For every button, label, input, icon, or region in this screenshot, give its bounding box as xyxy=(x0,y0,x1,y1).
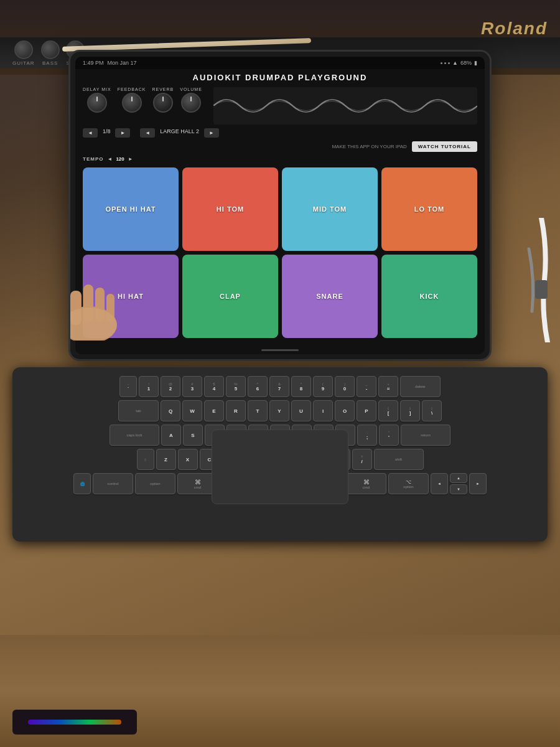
pad-open-hi-hat[interactable]: OPEN HI HAT xyxy=(83,167,179,251)
floor-area xyxy=(0,635,560,747)
controls-row: DELAY MIX FEEDBACK REVERB VOLUME xyxy=(75,85,485,127)
key-equals[interactable]: += xyxy=(378,376,398,397)
status-date: Mon Jan 17 xyxy=(108,60,137,66)
cables-area xyxy=(516,218,554,342)
reverb-knob[interactable] xyxy=(153,93,173,113)
watch-tutorial-button[interactable]: WATCH TUTORIAL xyxy=(412,141,477,152)
key-4[interactable]: $4 xyxy=(204,376,224,397)
floor-device xyxy=(12,710,137,735)
app-container: 1:49 PM Mon Jan 17 ▲ 68% ▮ xyxy=(75,57,485,354)
key-y[interactable]: Y xyxy=(269,400,289,421)
feedback-group: FEEDBACK xyxy=(118,87,146,113)
key-r[interactable]: R xyxy=(226,400,246,421)
key-5[interactable]: %5 xyxy=(226,376,246,397)
key-o[interactable]: O xyxy=(335,400,355,421)
key-arrow-left[interactable]: ◄ xyxy=(431,473,448,494)
key-e[interactable]: E xyxy=(204,400,224,421)
reverb-type-left-arrow[interactable]: ◄ xyxy=(140,128,155,138)
feedback-knob[interactable] xyxy=(122,93,142,113)
app-title: AUDIOKIT DRUMPAD PLAYGROUND xyxy=(75,69,485,85)
battery-icon: ▮ xyxy=(474,60,477,66)
delay-mix-group: DELAY MIX xyxy=(83,87,111,113)
key-p[interactable]: P xyxy=(357,400,376,421)
reverb-group: REVERB xyxy=(152,87,174,113)
key-backslash[interactable]: |\ xyxy=(422,400,442,421)
key-7[interactable]: &7 xyxy=(269,376,289,397)
feedback-label: FEEDBACK xyxy=(118,87,146,92)
key-shift-right[interactable]: shift xyxy=(374,449,424,470)
key-globe[interactable]: 🌐 xyxy=(73,473,91,494)
key-cmd-right[interactable]: ⌘ cmd xyxy=(346,473,386,494)
tempo-right-arrow[interactable]: ► xyxy=(128,156,133,162)
tempo-value: 120 xyxy=(116,156,124,162)
keyboard-qwerty-row: tab Q W E R T Y U I O P {[ }] |\ xyxy=(19,400,541,421)
timing-value: 1/8 xyxy=(100,128,113,138)
key-arrow-up[interactable]: ▲ xyxy=(450,473,467,483)
key-a[interactable]: A xyxy=(161,425,181,446)
pad-lo-tom[interactable]: LO TOM xyxy=(381,167,477,251)
timing-right-arrow[interactable]: ► xyxy=(115,128,130,138)
key-delete[interactable]: delete xyxy=(400,376,441,397)
ipad-screen: 1:49 PM Mon Jan 17 ▲ 68% ▮ xyxy=(75,57,485,354)
roland-brand-label: Roland xyxy=(481,19,548,39)
tutorial-text: MAKE THIS APP ON YOUR IPAD xyxy=(332,144,406,149)
key-q[interactable]: Q xyxy=(161,400,180,421)
key-1[interactable]: !1 xyxy=(139,376,159,397)
key-minus[interactable]: _- xyxy=(357,376,376,397)
key-option-left[interactable]: option xyxy=(135,473,175,494)
home-indicator-area xyxy=(75,345,485,354)
key-i[interactable]: I xyxy=(313,400,333,421)
key-arrow-down[interactable]: ▼ xyxy=(450,484,467,494)
key-return[interactable]: return xyxy=(401,425,450,446)
tutorial-row: MAKE THIS APP ON YOUR IPAD WATCH TUTORIA… xyxy=(75,139,485,154)
home-indicator xyxy=(261,349,299,351)
timing-left-arrow[interactable]: ◄ xyxy=(83,128,98,138)
key-control[interactable]: control xyxy=(93,473,133,494)
trackpad[interactable] xyxy=(212,430,348,504)
delay-mix-knob[interactable] xyxy=(87,93,107,113)
key-arrow-right[interactable]: ► xyxy=(469,473,487,494)
timing-selector-row: ◄ 1/8 ► ◄ LARGE HALL 2 ► xyxy=(75,127,485,139)
key-option-right[interactable]: ⌥ option xyxy=(388,473,429,494)
key-t[interactable]: T xyxy=(248,400,268,421)
keyboard-number-row: ~` !1 @2 #3 $4 %5 ^6 &7 *8 (9 )0 _- += d… xyxy=(19,376,541,397)
key-2[interactable]: @2 xyxy=(161,376,180,397)
key-3[interactable]: #3 xyxy=(182,376,202,397)
key-0[interactable]: )0 xyxy=(335,376,355,397)
pad-snare[interactable]: SNARE xyxy=(282,255,378,338)
eq-knob-1 xyxy=(14,40,33,59)
reverb-type-value: LARGE HALL 2 xyxy=(157,128,202,138)
key-8[interactable]: *8 xyxy=(291,376,311,397)
ipad-wrapper: 1:49 PM Mon Jan 17 ▲ 68% ▮ xyxy=(37,50,523,374)
volume-label: VOLUME xyxy=(180,87,202,92)
key-semicolon[interactable]: :; xyxy=(357,425,377,446)
delay-mix-label: DELAY MIX xyxy=(83,87,111,92)
key-9[interactable]: (9 xyxy=(313,376,333,397)
reverb-type-right-arrow[interactable]: ► xyxy=(204,128,219,138)
reverb-label: REVERB xyxy=(152,87,174,92)
pad-hi-tom[interactable]: HI TOM xyxy=(182,167,278,251)
key-backtick[interactable]: ~` xyxy=(119,376,137,397)
key-slash[interactable]: ?/ xyxy=(352,449,372,470)
key-u[interactable]: U xyxy=(291,400,311,421)
tempo-row: TEMPO ◄ 120 ► xyxy=(75,154,485,164)
key-s[interactable]: S xyxy=(183,425,203,446)
pad-clap[interactable]: CLAP xyxy=(182,255,278,338)
key-6[interactable]: ^6 xyxy=(248,376,268,397)
tempo-label: TEMPO xyxy=(83,156,103,162)
key-tab[interactable]: tab xyxy=(118,400,159,421)
key-quote[interactable]: "' xyxy=(379,425,399,446)
key-shift-left[interactable]: ⇧ xyxy=(137,449,154,470)
tempo-left-arrow[interactable]: ◄ xyxy=(107,156,112,162)
key-x[interactable]: X xyxy=(178,449,198,470)
pad-kick[interactable]: KICK xyxy=(381,255,477,338)
key-z[interactable]: Z xyxy=(156,449,176,470)
pad-mid-tom[interactable]: MID TOM xyxy=(282,167,378,251)
waveform-display xyxy=(213,87,477,125)
key-w[interactable]: W xyxy=(182,400,202,421)
wifi-icon: ▲ xyxy=(452,60,458,66)
key-caps-lock[interactable]: caps lock xyxy=(110,425,159,446)
key-rbracket[interactable]: }] xyxy=(400,400,420,421)
volume-knob[interactable] xyxy=(181,93,201,113)
key-lbracket[interactable]: {[ xyxy=(378,400,398,421)
